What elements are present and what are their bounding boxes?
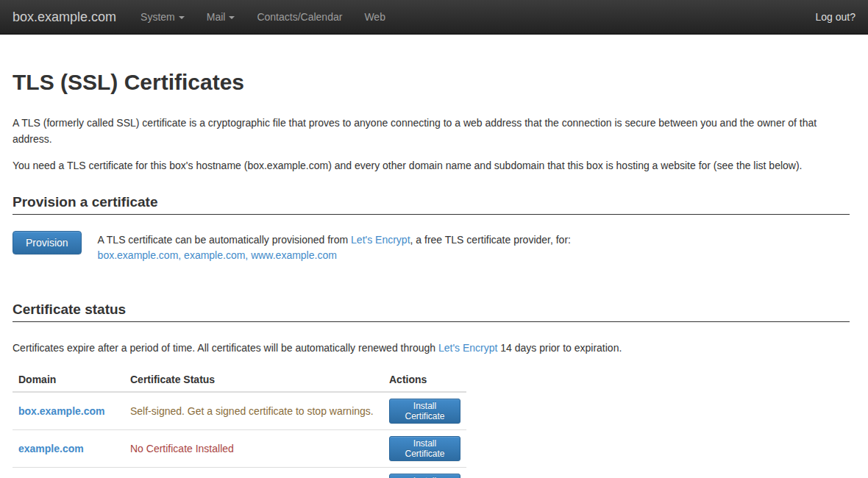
- intro-paragraph-1: A TLS (formerly called SSL) certificate …: [13, 115, 850, 147]
- provision-section-heading: Provision a certificate: [13, 194, 850, 215]
- provision-text: A TLS certificate can be automatically p…: [98, 231, 571, 263]
- certificate-status-text: No Certificate Installed: [130, 443, 234, 454]
- status-description: Certificates expire after a period of ti…: [13, 340, 850, 356]
- table-row: example.com No Certificate Installed Ins…: [13, 430, 466, 468]
- chevron-down-icon: [179, 16, 185, 19]
- provision-row: Provision A TLS certificate can be autom…: [13, 231, 850, 263]
- install-certificate-button[interactable]: Install Certificate: [389, 474, 460, 478]
- provision-domain-link[interactable]: example.com: [184, 249, 245, 261]
- certificate-table: Domain Certificate Status Actions box.ex…: [13, 368, 466, 478]
- column-header-status: Certificate Status: [124, 368, 383, 392]
- main-content: TLS (SSL) Certificates A TLS (formerly c…: [0, 70, 868, 478]
- provision-domains: box.example.com, example.com, www.exampl…: [98, 248, 571, 263]
- lets-encrypt-link[interactable]: Let's Encrypt: [351, 234, 410, 246]
- column-header-domain: Domain: [13, 368, 124, 392]
- table-row: www.example.com No Certificate Installed…: [13, 468, 466, 478]
- provision-domain-link[interactable]: www.example.com: [251, 249, 337, 261]
- column-header-actions: Actions: [383, 368, 466, 392]
- table-row: box.example.com Self-signed. Get a signe…: [13, 392, 466, 430]
- navbar-brand[interactable]: box.example.com: [13, 0, 116, 35]
- provision-button[interactable]: Provision: [13, 231, 82, 254]
- install-certificate-button[interactable]: Install Certificate: [389, 436, 460, 461]
- table-header-row: Domain Certificate Status Actions: [13, 368, 466, 392]
- domain-link[interactable]: example.com: [18, 443, 84, 454]
- top-navbar: box.example.com System Mail Contacts/Cal…: [0, 0, 868, 35]
- nav-item-web[interactable]: Web: [353, 0, 396, 35]
- certificate-status-text: Self-signed. Get a signed certificate to…: [130, 405, 374, 417]
- nav-item-contacts-calendar[interactable]: Contacts/Calendar: [246, 0, 353, 35]
- nav-item-system[interactable]: System: [129, 0, 196, 35]
- install-certificate-button[interactable]: Install Certificate: [389, 399, 460, 424]
- nav-item-mail[interactable]: Mail: [196, 0, 246, 35]
- navbar-menu: System Mail Contacts/Calendar Web: [129, 0, 396, 34]
- page-title: TLS (SSL) Certificates: [13, 70, 850, 94]
- status-section-heading: Certificate status: [13, 302, 850, 322]
- lets-encrypt-link[interactable]: Let's Encrypt: [438, 342, 498, 354]
- provision-domain-link[interactable]: box.example.com: [98, 249, 179, 261]
- intro-paragraph-2: You need a TLS certificate for this box'…: [13, 157, 850, 174]
- provision-description: A TLS certificate can be automatically p…: [98, 232, 571, 248]
- domain-link[interactable]: box.example.com: [18, 405, 105, 417]
- chevron-down-icon: [229, 16, 235, 19]
- logout-link[interactable]: Log out?: [814, 0, 858, 35]
